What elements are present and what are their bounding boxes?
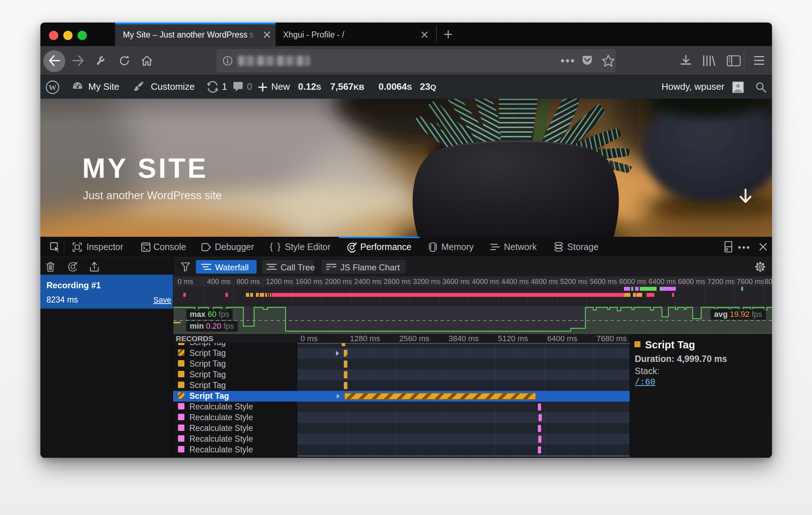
svg-text:MY SITE: MY SITE [82, 152, 208, 184]
svg-text:Just another WordPress site: Just another WordPress site [83, 189, 222, 202]
svg-text:W: W [49, 83, 56, 92]
